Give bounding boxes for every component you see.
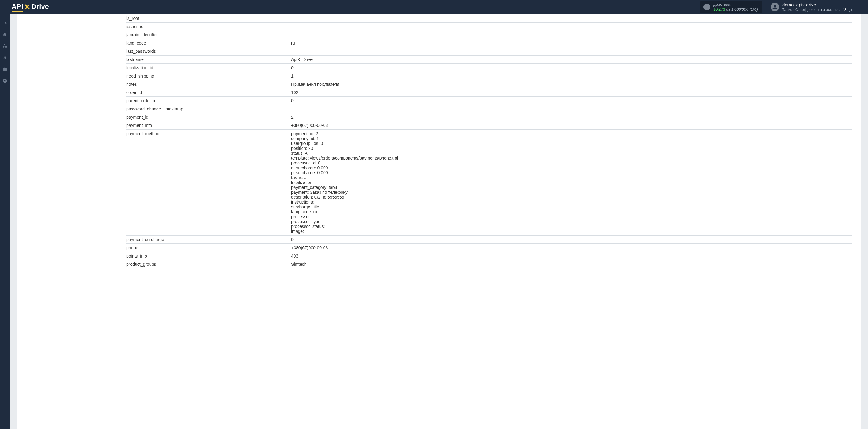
row-key: need_shipping — [126, 72, 291, 80]
logo-drive: Drive — [31, 3, 49, 10]
svg-text:?: ? — [4, 79, 6, 82]
table-row: product_groupsSimtech — [126, 260, 852, 268]
row-key: payment_method — [126, 130, 291, 236]
row-value — [291, 23, 852, 31]
user-plan: Тариф |Старт| до оплаты осталось 48 дн. — [782, 8, 853, 12]
row-key: issuer_id — [126, 23, 291, 31]
row-value: 1 — [291, 72, 852, 80]
row-key: points_info — [126, 252, 291, 260]
row-value: payment_id: 2 company_id: 1 usergroup_id… — [291, 130, 852, 236]
kv-table: is_rootissuer_idjanrain_identifierlang_c… — [126, 14, 852, 268]
user-plan-days: 48 — [842, 8, 846, 12]
user-box[interactable]: demo_apix-drive Тариф |Старт| до оплаты … — [771, 2, 853, 12]
table-row: parent_order_id0 — [126, 97, 852, 105]
topbar: API✕Drive i действия: 10'273 из 1'000'00… — [0, 0, 868, 14]
actions-of: из — [726, 7, 730, 11]
row-key: payment_surcharge — [126, 236, 291, 244]
table-row: issuer_id — [126, 23, 852, 31]
row-key: localization_id — [126, 64, 291, 72]
table-row: payment_info+380(67)000-00-03 — [126, 122, 852, 130]
user-plan-suffix: дн. — [847, 8, 853, 12]
row-value: 493 — [291, 252, 852, 260]
row-value: Примечания покупателя — [291, 80, 852, 89]
row-key: is_root — [126, 14, 291, 23]
sheet: is_rootissuer_idjanrain_identifierlang_c… — [17, 14, 861, 429]
avatar-icon — [771, 3, 779, 11]
user-name: demo_apix-drive — [782, 2, 853, 8]
table-row: is_root — [126, 14, 852, 23]
row-value — [291, 14, 852, 23]
actions-label: действия: — [713, 2, 758, 7]
data-area: is_rootissuer_idjanrain_identifierlang_c… — [126, 14, 861, 268]
row-value — [291, 47, 852, 56]
actions-max: 1'000'000 — [731, 7, 748, 11]
row-key: order_id — [126, 89, 291, 97]
table-row: localization_id0 — [126, 64, 852, 72]
row-value — [291, 31, 852, 39]
sidebar: ➜ $ ? — [0, 14, 10, 429]
row-value: +380(67)000-00-03 — [291, 122, 852, 130]
row-key: payment_id — [126, 113, 291, 122]
info-icon: i — [704, 4, 710, 10]
nav-sitemap-icon[interactable] — [0, 40, 10, 52]
topbar-right: i действия: 10'273 из 1'000'000 (1%) dem… — [701, 1, 868, 13]
row-value: 0 — [291, 236, 852, 244]
row-key: janrain_identifier — [126, 31, 291, 39]
page: is_rootissuer_idjanrain_identifierlang_c… — [10, 14, 868, 429]
table-row: phone+380(67)000-00-03 — [126, 244, 852, 252]
table-row: points_info493 — [126, 252, 852, 260]
actions-current: 10'273 — [713, 7, 725, 11]
row-key: phone — [126, 244, 291, 252]
row-key: last_passwords — [126, 47, 291, 56]
table-row: payment_id2 — [126, 113, 852, 122]
row-value: 0 — [291, 97, 852, 105]
row-key: password_change_timestamp — [126, 105, 291, 113]
actions-values: 10'273 из 1'000'000 (1%) — [713, 7, 758, 12]
table-row: notesПримечания покупателя — [126, 80, 852, 89]
row-value: 102 — [291, 89, 852, 97]
table-row: last_passwords — [126, 47, 852, 56]
actions-text: действия: 10'273 из 1'000'000 (1%) — [713, 2, 758, 11]
logo-x-icon: ✕ — [23, 2, 31, 11]
user-plan-prefix: Тариф |Старт| до оплаты осталось — [782, 8, 841, 12]
row-value: Simtech — [291, 260, 852, 268]
logo[interactable]: API✕Drive — [11, 2, 49, 12]
actions-pct: (1%) — [749, 7, 757, 11]
table-row: password_change_timestamp — [126, 105, 852, 113]
row-key: parent_order_id — [126, 97, 291, 105]
left-pad — [17, 14, 126, 268]
row-key: notes — [126, 80, 291, 89]
table-row: order_id102 — [126, 89, 852, 97]
table-row: payment_surcharge0 — [126, 236, 852, 244]
row-key: lang_code — [126, 39, 291, 47]
row-key: product_groups — [126, 260, 291, 268]
row-key: lastname — [126, 56, 291, 64]
user-text: demo_apix-drive Тариф |Старт| до оплаты … — [782, 2, 853, 12]
row-value: ru — [291, 39, 852, 47]
nav-home-icon[interactable] — [0, 29, 10, 40]
nav-help-icon[interactable]: ? — [0, 75, 10, 87]
row-value: ApiX_Drive — [291, 56, 852, 64]
row-value: 0 — [291, 64, 852, 72]
table-row: need_shipping1 — [126, 72, 852, 80]
row-key: payment_info — [126, 122, 291, 130]
table-row: janrain_identifier — [126, 31, 852, 39]
row-value: +380(67)000-00-03 — [291, 244, 852, 252]
table-row: lang_coderu — [126, 39, 852, 47]
table-row: payment_methodpayment_id: 2 company_id: … — [126, 130, 852, 236]
nav-briefcase-icon[interactable] — [0, 63, 10, 75]
nav-arrow-icon[interactable]: ➜ — [0, 17, 10, 29]
row-value: 2 — [291, 113, 852, 122]
logo-api: API — [11, 3, 23, 12]
nav-dollar-icon[interactable]: $ — [0, 52, 10, 63]
row-value — [291, 105, 852, 113]
actions-box[interactable]: i действия: 10'273 из 1'000'000 (1%) — [701, 1, 762, 13]
table-row: lastnameApiX_Drive — [126, 56, 852, 64]
